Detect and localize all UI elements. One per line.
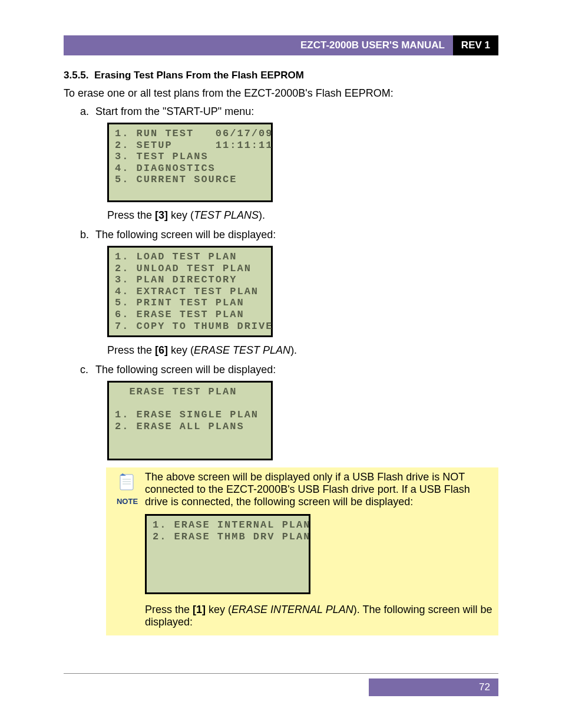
step-c: c. The following screen will be displaye… (80, 364, 498, 376)
press-pre: Press the (107, 344, 155, 356)
note-press: Press the [1] key (ERASE INTERNAL PLAN).… (145, 604, 495, 628)
intro-text: To erase one or all test plans from the … (64, 87, 498, 100)
svg-rect-0 (120, 475, 133, 490)
step-b-press: Press the [6] key (ERASE TEST PLAN). (107, 344, 498, 357)
step-a: a. Start from the "START-UP" menu: (80, 106, 498, 118)
press-post: ). (290, 344, 297, 356)
lcd-screen-note: 1. ERASE INTERNAL PLAN 2. ERASE THMB DRV… (145, 514, 310, 594)
section-number: 3.5.5. (64, 70, 89, 81)
step-a-text: Start from the "START-UP" menu: (95, 106, 498, 118)
press-key: [1] (193, 604, 206, 615)
header-bar: EZCT-2000B USER'S MANUAL REV 1 (64, 35, 498, 55)
header-rev: REV 1 (453, 35, 498, 55)
note-right: The above screen will be displayed only … (145, 471, 495, 628)
step-a-press: Press the [3] key (TEST PLANS). (107, 209, 498, 222)
step-letter: c. (80, 364, 95, 376)
section-heading: 3.5.5. Erasing Test Plans From the Flash… (64, 70, 498, 81)
press-key: [6] (155, 344, 168, 356)
press-mid: key ( (206, 604, 232, 615)
header-title: EZCT-2000B USER'S MANUAL (64, 35, 453, 55)
press-mid: key ( (168, 209, 194, 221)
press-pre: Press the (107, 209, 155, 221)
footer-rule (64, 673, 498, 674)
section-title: Erasing Test Plans From the Flash EEPROM (94, 70, 304, 81)
content-area: 3.5.5. Erasing Test Plans From the Flash… (64, 70, 498, 635)
note-paragraph: The above screen will be displayed only … (145, 471, 495, 508)
note-block: NOTE The above screen will be displayed … (106, 467, 498, 635)
footer-bar: 72 (369, 678, 498, 696)
press-mid: key ( (168, 344, 194, 356)
lcd-screen-testplans: 1. LOAD TEST PLAN 2. UNLOAD TEST PLAN 3.… (107, 246, 273, 337)
step-letter: a. (80, 106, 95, 118)
note-icon (117, 471, 138, 492)
press-label: ERASE INTERNAL PLAN (232, 604, 353, 615)
press-post: ). (259, 209, 265, 221)
press-pre: Press the (145, 604, 193, 615)
press-label: TEST PLANS (194, 209, 259, 221)
note-left: NOTE (110, 471, 145, 506)
press-label: ERASE TEST PLAN (194, 344, 290, 356)
step-letter: b. (80, 229, 95, 241)
step-list: a. Start from the "START-UP" menu: 1. RU… (80, 106, 498, 460)
lcd-screen-startup: 1. RUN TEST 06/17/09 2. SETUP 11:11:11 3… (107, 123, 273, 202)
page: EZCT-2000B USER'S MANUAL REV 1 3.5.5. Er… (0, 0, 562, 728)
page-number: 72 (479, 681, 490, 693)
note-label: NOTE (110, 497, 145, 506)
step-c-text: The following screen will be displayed: (95, 364, 498, 376)
lcd-screen-erase: ERASE TEST PLAN 1. ERASE SINGLE PLAN 2. … (107, 381, 273, 460)
press-key: [3] (155, 209, 168, 221)
step-b: b. The following screen will be displaye… (80, 229, 498, 241)
step-b-text: The following screen will be displayed: (95, 229, 498, 241)
